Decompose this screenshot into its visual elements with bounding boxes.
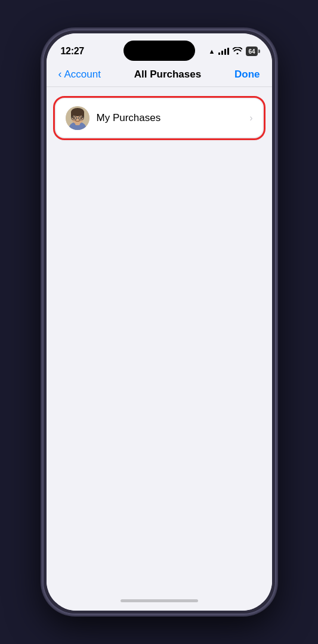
svg-point-10 bbox=[73, 117, 75, 119]
signal-bar-2 bbox=[221, 51, 223, 55]
screen: 12:27 ▲ bbox=[47, 33, 272, 611]
home-indicator bbox=[47, 590, 272, 611]
main-content: My Purchases › bbox=[47, 87, 272, 590]
my-purchases-label: My Purchases bbox=[97, 112, 243, 124]
location-icon: ▲ bbox=[208, 48, 215, 55]
signal-bar-4 bbox=[227, 48, 229, 55]
signal-bar-3 bbox=[224, 49, 226, 55]
page-title: All Purchases bbox=[134, 69, 201, 80]
battery-level: 64 bbox=[248, 48, 255, 55]
avatar bbox=[66, 106, 89, 130]
wifi-icon bbox=[233, 47, 242, 56]
back-chevron-icon: ‹ bbox=[58, 68, 62, 80]
signal-bars bbox=[218, 48, 229, 55]
navigation-bar: ‹ Account All Purchases Done bbox=[47, 63, 272, 87]
svg-point-11 bbox=[80, 117, 82, 119]
my-purchases-row[interactable]: My Purchases › bbox=[56, 99, 263, 137]
battery-indicator: 64 bbox=[246, 47, 257, 56]
done-button[interactable]: Done bbox=[234, 69, 260, 80]
status-icons: ▲ 64 bbox=[208, 47, 257, 56]
signal-bar-1 bbox=[218, 52, 220, 55]
row-chevron-icon: › bbox=[249, 113, 252, 123]
phone-frame: 12:27 ▲ bbox=[43, 30, 276, 614]
status-time: 12:27 bbox=[61, 46, 84, 57]
home-bar bbox=[121, 599, 198, 602]
dynamic-island bbox=[124, 41, 195, 61]
back-button[interactable]: ‹ Account bbox=[58, 68, 101, 80]
back-label: Account bbox=[64, 69, 101, 80]
